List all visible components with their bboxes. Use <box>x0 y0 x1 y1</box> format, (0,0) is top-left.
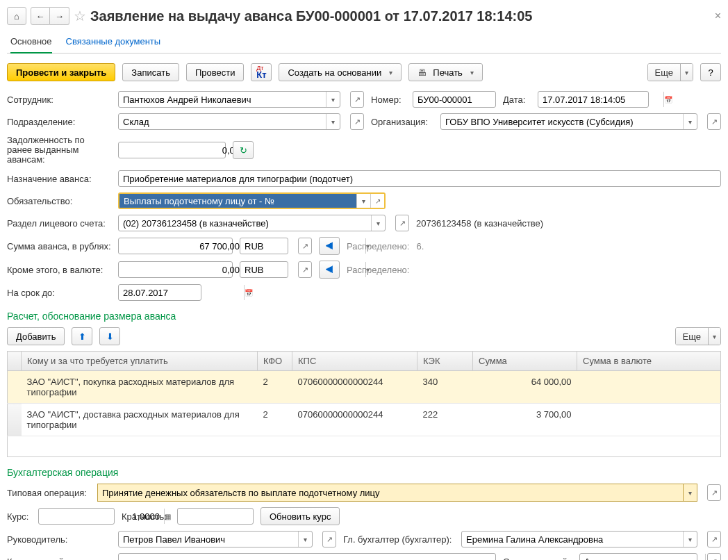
table-row[interactable]: ЗАО "АИСТ", доставка расходных материало… <box>8 404 721 436</box>
org-open[interactable]: ↗ <box>707 113 721 130</box>
dept-label: Подразделение: <box>7 117 111 127</box>
due-calendar-icon[interactable]: 📅 <box>244 285 253 300</box>
print-button[interactable]: Печать <box>408 63 483 81</box>
account-label: Раздел лицевого счета: <box>7 218 111 229</box>
rate-label: Курс: <box>7 511 31 522</box>
employee-dropdown[interactable]: ▾ <box>326 92 340 107</box>
date-calendar-icon[interactable]: 📅 <box>663 92 672 107</box>
sum-curr-open[interactable]: ↗ <box>298 238 312 254</box>
more-button[interactable]: Еще▾ <box>647 63 693 81</box>
resp-label: Ответственный: <box>503 557 572 561</box>
mult-label: Кратность: <box>122 511 170 522</box>
post-button[interactable]: Провести <box>186 63 245 81</box>
forward-button[interactable]: → <box>50 7 69 25</box>
close-button[interactable]: × <box>715 10 721 22</box>
debt-refresh-button[interactable]: ↻ <box>233 141 254 159</box>
date-input[interactable]: 📅 <box>538 91 649 108</box>
home-button[interactable]: ⌂ <box>7 7 26 25</box>
account-input[interactable]: ▾ <box>118 215 386 231</box>
top-bar: ⌂ ← → ☆ Заявление на выдачу аванса БУ00-… <box>7 7 721 25</box>
account-open[interactable]: ↗ <box>395 215 409 231</box>
purpose-label: Назначение аванса: <box>7 174 111 184</box>
head-label: Руководитель: <box>7 534 111 545</box>
advance-table: Кому и за что требуется уплатить КФО КПС… <box>7 351 721 436</box>
favorite-icon[interactable]: ☆ <box>74 8 86 24</box>
extra-distribute-button[interactable] <box>319 261 340 279</box>
glav-open[interactable]: ↗ <box>707 531 721 547</box>
sum-label: Сумма аванса, в рублях: <box>7 241 111 252</box>
move-down-button[interactable]: ⬇ <box>99 327 120 345</box>
grid-empty-area <box>7 436 721 457</box>
org-input[interactable]: ▾ <box>440 113 697 130</box>
col-kps[interactable]: КПС <box>292 352 417 371</box>
refresh-rate-button[interactable]: Обновить курс <box>260 507 340 525</box>
extra-input[interactable]: ▦ <box>118 261 233 278</box>
col-kfo[interactable]: КФО <box>258 352 292 371</box>
dept-open[interactable]: ↗ <box>350 113 364 130</box>
add-row-button[interactable]: Добавить <box>7 327 65 345</box>
table-row[interactable]: ЗАО "АИСТ", покупка расходных материалов… <box>8 371 721 404</box>
help-button[interactable]: ? <box>700 63 721 81</box>
account-hint: 20736123458 (в казначействе) <box>416 218 543 229</box>
sum-input[interactable]: ▦ <box>118 238 233 254</box>
number-input[interactable] <box>413 91 496 108</box>
glav-label: Гл. бухгалтер (бухгалтер): <box>343 534 454 545</box>
mult-input[interactable] <box>177 508 254 525</box>
head-dropdown[interactable]: ▾ <box>298 532 312 547</box>
extra-label: Кроме этого, в валюте: <box>7 265 111 275</box>
obligation-dropdown[interactable]: ▾ <box>356 194 370 208</box>
tab-related[interactable]: Связанные документы <box>66 32 161 53</box>
rate-input[interactable]: ▦ <box>38 508 115 525</box>
number-label: Номер: <box>371 94 406 105</box>
account-dropdown[interactable]: ▾ <box>371 215 385 231</box>
comment-input[interactable] <box>118 553 496 560</box>
due-label: На срок до: <box>7 288 111 298</box>
dept-input[interactable]: ▾ <box>118 113 340 130</box>
tabs: Основное Связанные документы <box>7 32 721 53</box>
typ-op-dropdown[interactable]: ▾ <box>684 484 697 502</box>
employee-input[interactable]: ▾ <box>118 91 340 108</box>
employee-label: Сотрудник: <box>7 94 111 105</box>
sum-curr[interactable]: ▾ <box>240 238 288 254</box>
comment-label: Комментарий: <box>7 557 111 561</box>
org-dropdown[interactable]: ▾ <box>683 114 697 129</box>
dept-dropdown[interactable]: ▾ <box>326 114 340 129</box>
save-button[interactable]: Записать <box>122 63 179 81</box>
glav-dropdown[interactable]: ▾ <box>683 532 697 547</box>
glav-input[interactable]: ▾ <box>461 531 697 547</box>
head-input[interactable]: ▾ <box>118 531 313 547</box>
tab-main[interactable]: Основное <box>10 32 52 53</box>
sum-distributed-value: 6. <box>416 241 424 252</box>
obligation-open[interactable]: ↗ <box>370 194 384 208</box>
grid-more-button[interactable]: Еще▾ <box>675 327 721 345</box>
date-label: Дата: <box>503 94 531 105</box>
employee-open[interactable]: ↗ <box>350 91 364 108</box>
purpose-input[interactable] <box>118 170 721 187</box>
page-title: Заявление на выдачу аванса БУ00-000001 о… <box>90 8 532 24</box>
col-who[interactable]: Кому и за что требуется уплатить <box>22 352 258 371</box>
due-input[interactable]: 📅 <box>118 284 201 301</box>
acct-section-title: Бухгалтерская операция <box>7 467 721 478</box>
resp-open[interactable]: ↗ <box>707 553 721 560</box>
post-close-button[interactable]: Провести и закрыть <box>7 63 115 81</box>
org-label: Организация: <box>371 117 433 127</box>
sum-distribute-button[interactable] <box>319 237 340 255</box>
sum-distributed-label: Распределено: <box>347 241 409 252</box>
dt-kt-button[interactable]: ДтКт <box>251 63 272 81</box>
toolbar: Провести и закрыть Записать Провести ДтК… <box>7 63 721 81</box>
head-open[interactable]: ↗ <box>322 531 336 547</box>
back-button[interactable]: ← <box>31 7 50 25</box>
typ-op-input[interactable]: ▾ <box>97 484 697 502</box>
create-based-button[interactable]: Создать на основании <box>279 63 402 81</box>
extra-curr-open[interactable]: ↗ <box>298 261 312 278</box>
obligation-input[interactable]: ▾ ↗ <box>118 192 386 209</box>
typ-op-open[interactable]: ↗ <box>707 484 721 501</box>
col-kek[interactable]: КЭК <box>417 352 473 371</box>
resp-input[interactable]: ▾ <box>579 553 697 560</box>
move-up-button[interactable]: ⬆ <box>72 327 92 345</box>
obligation-label: Обязательство: <box>7 196 111 206</box>
debt-input[interactable] <box>118 142 226 158</box>
extra-curr[interactable]: ▾ <box>240 261 288 278</box>
col-sum[interactable]: Сумма <box>473 352 577 371</box>
col-sumv[interactable]: Сумма в валюте <box>577 352 721 371</box>
